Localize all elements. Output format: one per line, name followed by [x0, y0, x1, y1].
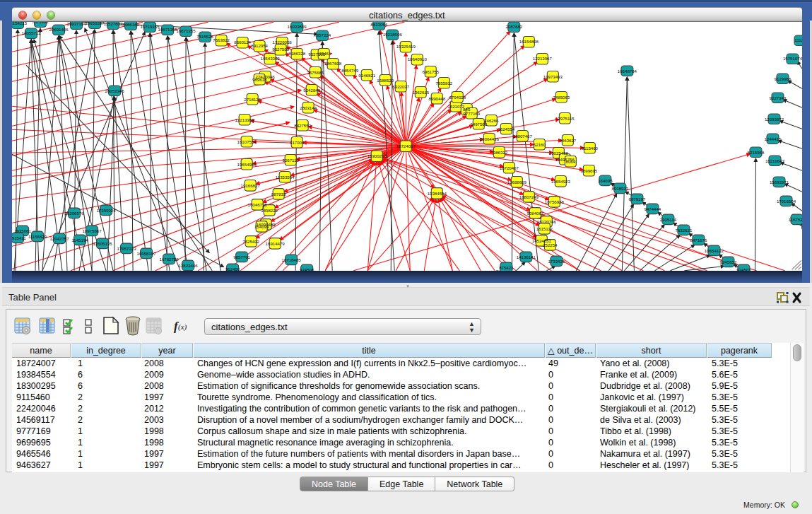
svg-text:6961755: 6961755 — [422, 69, 439, 74]
svg-text:17359924: 17359924 — [96, 208, 116, 213]
svg-text:1244415: 1244415 — [765, 136, 782, 141]
svg-text:20691406: 20691406 — [49, 27, 69, 32]
svg-text:7955812: 7955812 — [435, 81, 452, 86]
svg-text:9146821: 9146821 — [358, 73, 375, 78]
svg-text:19654985: 19654985 — [237, 162, 257, 167]
svg-text:924501: 924501 — [736, 267, 751, 271]
svg-text:9242848: 9242848 — [303, 88, 320, 93]
svg-text:1362615: 1362615 — [412, 90, 429, 95]
svg-text:12093872: 12093872 — [765, 117, 784, 122]
svg-text:6322037: 6322037 — [392, 84, 409, 89]
svg-text:14055712: 14055712 — [21, 30, 41, 35]
svg-text:19937194: 19937194 — [66, 22, 86, 26]
svg-text:1935061: 1935061 — [14, 228, 31, 233]
svg-text:16914479: 16914479 — [266, 241, 286, 246]
svg-text:16782759: 16782759 — [160, 257, 180, 262]
svg-text:10807467: 10807467 — [513, 134, 533, 139]
svg-text:1588520: 1588520 — [377, 78, 394, 83]
svg-text:8912954: 8912954 — [251, 43, 268, 48]
svg-text:14136141: 14136141 — [517, 255, 536, 259]
svg-text:8186328: 8186328 — [288, 51, 305, 56]
svg-text:12942757: 12942757 — [49, 236, 69, 241]
svg-text:11121: 11121 — [794, 37, 802, 42]
svg-text:10653287: 10653287 — [85, 22, 105, 25]
svg-text:12505135: 12505135 — [93, 241, 112, 246]
svg-text:18807249: 18807249 — [519, 194, 539, 199]
svg-text:8660124: 8660124 — [234, 40, 251, 45]
svg-text:962450: 962450 — [225, 267, 240, 271]
svg-text:11527602: 11527602 — [104, 22, 123, 26]
svg-text:10973493: 10973493 — [543, 74, 563, 79]
svg-text:62160: 62160 — [534, 142, 546, 147]
svg-text:2935114: 2935114 — [660, 217, 677, 222]
svg-text:164095: 164095 — [598, 178, 613, 183]
svg-text:154099: 154099 — [254, 224, 269, 229]
svg-text:1621072: 1621072 — [447, 104, 464, 109]
svg-text:20364436: 20364436 — [480, 136, 500, 141]
svg-text:7625402: 7625402 — [242, 239, 259, 244]
svg-text:16046736: 16046736 — [248, 202, 268, 207]
svg-text:887833: 887833 — [271, 192, 286, 197]
svg-text:18300295: 18300295 — [367, 153, 387, 158]
svg-text:2803144: 2803144 — [300, 105, 317, 110]
svg-text:1145194: 1145194 — [71, 238, 88, 243]
svg-text:6466160: 6466160 — [122, 22, 139, 27]
svg-text:875421: 875421 — [499, 265, 514, 270]
svg-text:924506: 924506 — [300, 267, 314, 271]
svg-text:16210643: 16210643 — [765, 158, 785, 163]
svg-text:9857791: 9857791 — [233, 255, 250, 259]
svg-text:9227343: 9227343 — [770, 95, 787, 100]
svg-text:8215958: 8215958 — [748, 150, 765, 155]
svg-text:7632621: 7632621 — [676, 228, 693, 233]
svg-text:10654122: 10654122 — [705, 248, 724, 253]
svg-text:16154808: 16154808 — [519, 39, 539, 44]
svg-text:10756928: 10756928 — [545, 199, 565, 204]
svg-text:1546: 1546 — [319, 51, 329, 56]
svg-text:12213369: 12213369 — [235, 117, 255, 122]
svg-text:9245652: 9245652 — [720, 259, 737, 264]
svg-text:13226058: 13226058 — [273, 40, 293, 45]
svg-text:15692971: 15692971 — [770, 180, 789, 185]
svg-text:3498222: 3498222 — [261, 208, 278, 213]
svg-text:8471676: 8471676 — [690, 238, 707, 243]
svg-text:10719155: 10719155 — [141, 24, 160, 29]
svg-text:8938923: 8938923 — [612, 186, 629, 191]
svg-text:(x): (x) — [178, 322, 187, 332]
svg-text:9699695: 9699695 — [580, 168, 597, 173]
svg-text:252254: 252254 — [543, 243, 558, 247]
svg-text:9463627: 9463627 — [559, 138, 576, 143]
svg-text:19325419: 19325419 — [396, 44, 416, 49]
svg-text:15720407: 15720407 — [500, 165, 519, 170]
svg-text:15716485: 15716485 — [282, 257, 302, 262]
svg-text:10975867: 10975867 — [82, 228, 102, 233]
svg-text:1733426: 1733426 — [548, 259, 565, 264]
svg-text:9777169: 9777169 — [463, 111, 480, 116]
svg-text:746266: 746266 — [484, 118, 499, 123]
svg-text:18724007: 18724007 — [396, 144, 416, 148]
svg-text:8064: 8064 — [566, 159, 576, 164]
svg-text:1167533: 1167533 — [789, 217, 802, 222]
svg-text:16033809: 16033809 — [288, 24, 307, 29]
svg-text:9115460: 9115460 — [582, 146, 599, 151]
svg-text:8990448: 8990448 — [428, 96, 445, 101]
svg-text:17016504: 17016504 — [777, 199, 796, 204]
svg-text:1615112: 1615112 — [536, 226, 553, 231]
svg-text:16671355: 16671355 — [158, 27, 178, 32]
svg-text:16120746: 16120746 — [537, 219, 557, 224]
svg-text:19218506: 19218506 — [383, 32, 403, 37]
svg-text:10025438: 10025438 — [549, 151, 569, 156]
svg-text:20206576: 20206576 — [64, 211, 84, 216]
svg-text:15751074: 15751074 — [783, 56, 802, 61]
svg-text:3915411: 3915411 — [12, 235, 26, 240]
svg-text:12213967: 12213967 — [533, 56, 553, 61]
svg-text:10958107: 10958107 — [137, 251, 157, 256]
svg-text:19166827: 19166827 — [241, 183, 261, 188]
svg-text:7485063: 7485063 — [553, 95, 570, 100]
svg-text:8427552: 8427552 — [294, 123, 311, 128]
svg-text:989618: 989618 — [252, 77, 267, 82]
svg-text:7575392: 7575392 — [32, 22, 49, 24]
svg-text:26053346: 26053346 — [105, 88, 125, 93]
svg-text:9527503: 9527503 — [272, 47, 289, 52]
svg-text:19654923: 19654923 — [551, 179, 571, 184]
svg-text:3267110: 3267110 — [283, 158, 300, 163]
